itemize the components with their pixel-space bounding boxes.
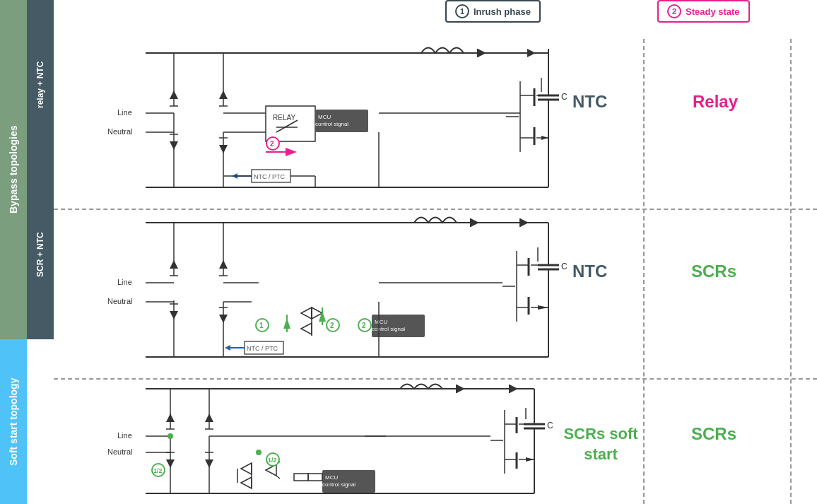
- svg-text:control signal: control signal: [322, 481, 355, 488]
- row2-steady-label: SCRs: [691, 262, 736, 281]
- svg-text:C: C: [561, 262, 568, 271]
- svg-marker-132: [510, 385, 518, 393]
- svg-marker-70: [471, 218, 479, 227]
- svg-marker-34: [219, 90, 228, 99]
- svg-marker-1: [527, 49, 536, 57]
- svg-marker-37: [170, 141, 178, 150]
- svg-line-48: [276, 120, 298, 132]
- svg-point-177: [256, 450, 261, 455]
- steady-label: Steady state: [686, 6, 740, 17]
- svg-text:Neutral: Neutral: [107, 297, 132, 305]
- svg-marker-179: [241, 477, 252, 488]
- row2-circuit: C Line Neutral: [54, 209, 647, 378]
- svg-marker-21: [541, 136, 548, 140]
- row1-steady-label: Relay: [693, 92, 738, 112]
- svg-marker-30: [170, 90, 178, 99]
- svg-marker-94: [170, 260, 178, 269]
- inrush-badge: 1 Inrush phase: [445, 0, 541, 23]
- svg-text:Line: Line: [117, 431, 132, 440]
- svg-text:1/2: 1/2: [268, 457, 277, 464]
- svg-text:1: 1: [259, 322, 264, 329]
- svg-marker-178: [241, 463, 252, 474]
- svg-point-176: [167, 433, 173, 439]
- main-container: Bypass topologies Soft start topology re…: [0, 0, 817, 504]
- inrush-label: Inrush phase: [474, 6, 531, 17]
- svg-text:2: 2: [270, 140, 274, 148]
- bypass-label: Bypass topologies: [0, 0, 27, 339]
- svg-line-184: [276, 476, 280, 479]
- svg-text:1/2: 1/2: [153, 467, 163, 474]
- relay-ntc-label: relay + NTC: [27, 0, 54, 170]
- svg-marker-171: [205, 459, 213, 468]
- row3-steady-label: SCRs: [691, 424, 736, 444]
- svg-marker-97: [219, 260, 228, 269]
- svg-marker-161: [166, 414, 175, 422]
- svg-text:Line: Line: [117, 108, 132, 117]
- soft-start-label: Soft start topology: [0, 339, 27, 504]
- svg-marker-114: [301, 323, 312, 334]
- svg-text:C: C: [561, 92, 568, 102]
- svg-marker-65: [520, 218, 529, 227]
- svg-marker-137: [457, 385, 465, 393]
- steady-num: 2: [667, 4, 681, 18]
- scr-ntc-label: SCR + NTC: [27, 170, 54, 339]
- row3-circuit: C Line Neutral 1: [54, 378, 647, 504]
- svg-text:C: C: [547, 421, 553, 430]
- svg-marker-100: [170, 311, 178, 320]
- vertical-divider-2: [790, 39, 792, 504]
- svg-text:2: 2: [362, 322, 366, 329]
- svg-marker-168: [205, 414, 213, 422]
- svg-marker-85: [538, 305, 548, 310]
- svg-text:NTC / PTC: NTC / PTC: [247, 345, 278, 352]
- svg-text:MCU: MCU: [325, 474, 338, 481]
- svg-marker-152: [526, 457, 534, 462]
- svg-text:Line: Line: [117, 278, 132, 286]
- svg-rect-190: [294, 474, 308, 481]
- svg-text:control signal: control signal: [372, 326, 405, 332]
- svg-rect-191: [308, 474, 322, 481]
- svg-text:NTC / PTC: NTC / PTC: [254, 173, 285, 180]
- svg-marker-103: [219, 315, 228, 323]
- row1-circuit: C Line Neutral: [54, 39, 647, 209]
- svg-marker-111: [225, 345, 230, 351]
- svg-marker-112: [301, 307, 312, 319]
- svg-marker-165: [166, 459, 175, 468]
- svg-text:MCU: MCU: [375, 319, 387, 325]
- svg-text:Neutral: Neutral: [107, 127, 132, 136]
- svg-text:Neutral: Neutral: [107, 447, 132, 456]
- svg-marker-6: [478, 49, 486, 57]
- svg-text:control signal: control signal: [315, 121, 348, 127]
- inrush-num: 1: [455, 4, 469, 18]
- svg-text:2: 2: [330, 322, 334, 329]
- svg-text:RELAY: RELAY: [273, 114, 295, 122]
- svg-text:MCU: MCU: [318, 114, 331, 120]
- steady-badge: 2 Steady state: [657, 0, 750, 23]
- svg-marker-40: [219, 145, 228, 153]
